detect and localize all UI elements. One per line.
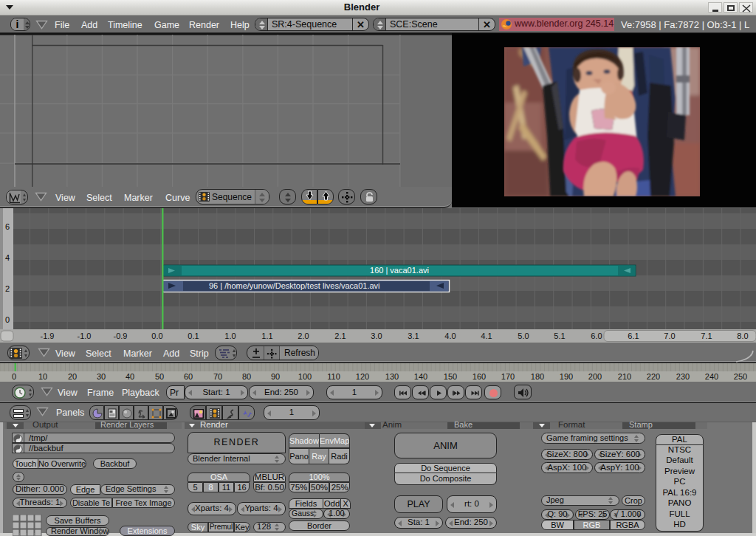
svg-text:4.1: 4.1 [481,331,492,340]
svg-text:50: 50 [155,372,164,381]
svg-text:100: 100 [298,372,312,381]
svg-text:6.1: 6.1 [628,331,639,340]
svg-text:170: 170 [501,372,515,381]
svg-text:20: 20 [68,372,77,381]
svg-text:220: 220 [647,372,660,381]
svg-text:2.0: 2.0 [298,331,309,340]
svg-text:230: 230 [676,372,690,381]
svg-text:1.1: 1.1 [261,331,272,340]
svg-text:2: 2 [5,284,10,293]
svg-text:190: 190 [560,372,573,381]
svg-text:90: 90 [271,372,280,381]
svg-text:3.1: 3.1 [408,331,419,340]
svg-text:250: 250 [734,372,747,381]
svg-text:30: 30 [97,372,106,381]
svg-text:10: 10 [38,372,47,381]
svg-text:-1.0: -1.0 [78,331,92,340]
svg-text:0.1: 0.1 [188,331,199,340]
svg-text:60: 60 [184,372,193,381]
svg-text:-0.9: -0.9 [114,331,128,340]
svg-text:140: 140 [414,372,427,381]
svg-text:200: 200 [588,372,602,381]
svg-text:4.0: 4.0 [444,331,456,340]
svg-text:160: 160 [472,372,486,381]
svg-text:110: 110 [327,372,340,381]
svg-text:130: 130 [385,372,399,381]
svg-text:4: 4 [5,253,10,262]
svg-text:6: 6 [5,222,10,231]
svg-text:180: 180 [531,372,544,381]
svg-text:7.1: 7.1 [701,331,712,340]
svg-text:120: 120 [356,372,369,381]
svg-text:96 | /home/yunow/Desktop/test: 96 | /home/yunow/Desktop/test lives/vaca… [209,281,380,290]
svg-text:40: 40 [126,372,134,381]
svg-text:160 | vaca01.avi: 160 | vaca01.avi [370,266,429,275]
svg-text:150: 150 [444,372,457,381]
svg-text:8.0: 8.0 [737,331,748,340]
svg-text:-1.9: -1.9 [41,331,55,340]
svg-text:0: 0 [12,372,16,381]
svg-text:240: 240 [705,372,718,381]
svg-text:0: 0 [5,315,10,324]
svg-text:7.0: 7.0 [664,331,675,340]
svg-text:0.0: 0.0 [151,331,162,340]
svg-text:80: 80 [242,372,251,381]
svg-text:1.0: 1.0 [224,331,236,340]
svg-text:6.0: 6.0 [591,331,602,340]
svg-text:70: 70 [213,372,222,381]
svg-text:5.1: 5.1 [554,331,565,340]
svg-text:210: 210 [618,372,631,381]
svg-text:3.0: 3.0 [371,331,382,340]
svg-text:2.1: 2.1 [334,331,346,340]
svg-text:5.0: 5.0 [518,331,529,340]
